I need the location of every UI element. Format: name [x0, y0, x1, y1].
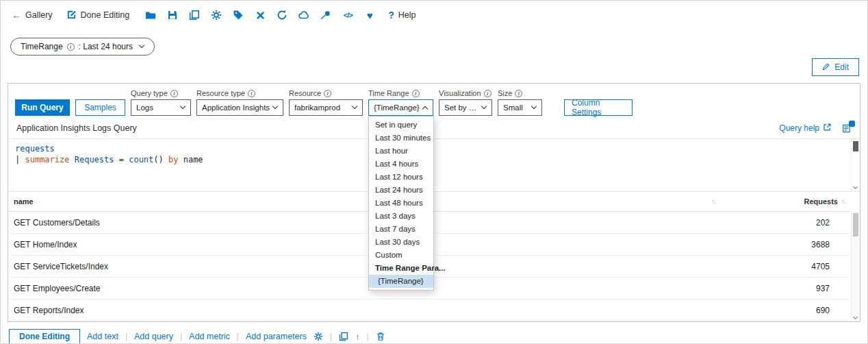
- time-range-field: Time Rangei {TimeRange} Set in queryLast…: [368, 89, 433, 116]
- samples-button[interactable]: Samples: [75, 99, 125, 116]
- delete-icon[interactable]: [376, 332, 385, 341]
- code-icon[interactable]: </>: [340, 11, 355, 19]
- dropdown-item[interactable]: Last 12 hours: [369, 171, 433, 184]
- heart-icon[interactable]: ♥: [362, 10, 377, 21]
- table-scrollbar[interactable]: [851, 212, 860, 321]
- copy-icon[interactable]: [187, 10, 202, 21]
- settings-gear-icon[interactable]: [209, 10, 224, 21]
- feedback-icon[interactable]: [841, 123, 852, 134]
- separator: |: [180, 332, 182, 341]
- query-code-editor[interactable]: requests | summarize Requests = count() …: [8, 138, 860, 192]
- separator: |: [330, 332, 332, 341]
- dropdown-item[interactable]: Time Range Para...: [369, 262, 433, 275]
- code-scrollbar-thumb[interactable]: [853, 141, 858, 151]
- resource-type-field: Resource typei Application Insights: [196, 89, 283, 116]
- gallery-button[interactable]: ← Gallery: [12, 10, 53, 21]
- advanced-settings-icon[interactable]: [314, 332, 323, 341]
- time-range-pill[interactable]: TimeRange i : Last 24 hours: [10, 38, 155, 56]
- size-select[interactable]: Small: [498, 99, 542, 116]
- chevron-down-icon: [352, 103, 357, 109]
- pill-value: : Last 24 hours: [79, 42, 133, 51]
- info-icon[interactable]: i: [170, 90, 178, 97]
- size-field: Sizei Small: [498, 89, 542, 116]
- dropdown-item[interactable]: {TimeRange}: [369, 275, 433, 288]
- time-range-select[interactable]: {TimeRange}: [368, 99, 433, 116]
- cell-requests: 202: [720, 212, 850, 234]
- refresh-icon[interactable]: [275, 10, 290, 21]
- pill-name: TimeRange: [21, 42, 63, 51]
- code-scrollbar[interactable]: [851, 139, 860, 191]
- cell-requests: 937: [720, 278, 850, 299]
- scroll-down-arrow-icon[interactable]: [853, 184, 858, 189]
- resource-select[interactable]: fabrikamprod: [289, 99, 363, 116]
- cloud-icon[interactable]: [296, 10, 311, 21]
- save-icon[interactable]: [165, 10, 180, 21]
- table-scrollbar-thumb[interactable]: [853, 213, 858, 236]
- pencil-icon: [822, 62, 830, 73]
- separator: |: [125, 332, 127, 341]
- dropdown-item[interactable]: Last 30 minutes: [369, 132, 433, 145]
- pin-icon[interactable]: [318, 10, 333, 21]
- info-icon[interactable]: i: [67, 43, 75, 51]
- query-help-link[interactable]: Query help: [779, 123, 832, 134]
- done-editing-button[interactable]: Done Editing: [66, 9, 130, 21]
- dropdown-item[interactable]: Custom: [369, 249, 433, 262]
- info-icon[interactable]: i: [515, 90, 522, 97]
- info-icon[interactable]: i: [412, 90, 420, 97]
- move-up-icon[interactable]: ↑: [355, 332, 360, 342]
- dropdown-item[interactable]: Last 7 days: [369, 223, 433, 236]
- column-header-requests[interactable]: Requests↑↓: [720, 192, 850, 212]
- query-type-select[interactable]: Logs: [131, 99, 191, 116]
- done-editing-footer-button[interactable]: Done Editing: [9, 329, 80, 344]
- query-item: Run Query Samples Query typei Logs Resou…: [8, 83, 860, 322]
- resource-type-label: Resource type: [196, 89, 245, 97]
- cell-requests: 3688: [720, 234, 850, 256]
- add-metric-link[interactable]: Add metric: [189, 332, 230, 341]
- edit-button[interactable]: Edit: [812, 58, 859, 76]
- chevron-down-icon: [481, 103, 487, 109]
- info-icon[interactable]: i: [248, 90, 255, 97]
- close-icon[interactable]: [253, 10, 268, 21]
- dropdown-item[interactable]: Set in query: [369, 119, 433, 132]
- info-icon[interactable]: i: [484, 90, 492, 97]
- sort-icon[interactable]: ↑↓: [841, 198, 845, 205]
- cell-name: GET Customers/Details: [8, 212, 720, 234]
- edit-row: Edit: [1, 57, 867, 76]
- column-header-name[interactable]: name↑↓: [8, 192, 720, 212]
- visualization-select[interactable]: Set by query: [439, 99, 492, 116]
- clone-icon[interactable]: [339, 332, 348, 341]
- tag-icon[interactable]: [231, 10, 246, 21]
- table-row[interactable]: GET Reports/Index 690: [8, 299, 850, 321]
- notification-badge: [849, 121, 855, 127]
- run-query-button[interactable]: Run Query: [15, 99, 70, 116]
- dropdown-item[interactable]: Last 24 hours: [369, 184, 433, 197]
- sort-icon[interactable]: ↑↓: [711, 198, 715, 205]
- query-controls: Run Query Samples Query typei Logs Resou…: [8, 84, 860, 121]
- dropdown-item[interactable]: Last hour: [369, 145, 433, 158]
- chevron-up-icon: [422, 106, 428, 112]
- info-icon[interactable]: i: [324, 90, 331, 97]
- resource-type-select[interactable]: Application Insights: [196, 99, 283, 116]
- column-settings-button[interactable]: Column Settings: [564, 99, 633, 116]
- add-query-link[interactable]: Add query: [134, 332, 173, 341]
- add-text-link[interactable]: Add text: [87, 332, 118, 341]
- query-title: Application Insights Logs Query: [16, 123, 137, 133]
- scroll-down-arrow-icon[interactable]: [853, 315, 858, 319]
- add-parameters-link[interactable]: Add parameters: [246, 332, 307, 341]
- gallery-label: Gallery: [25, 10, 53, 20]
- dropdown-item[interactable]: Last 48 hours: [369, 197, 433, 210]
- back-arrow-icon: ←: [12, 10, 21, 21]
- cell-requests: 690: [720, 299, 850, 321]
- cell-name: GET Reports/Index: [8, 299, 720, 321]
- dropdown-item[interactable]: Last 3 days: [369, 210, 433, 223]
- folder-icon[interactable]: [143, 10, 158, 21]
- dropdown-item[interactable]: Last 4 hours: [369, 158, 433, 171]
- time-range-label: Time Range: [368, 89, 409, 97]
- chevron-down-icon: [531, 103, 537, 109]
- size-label: Size: [498, 89, 512, 97]
- dropdown-item[interactable]: Last 30 days: [369, 236, 433, 249]
- help-button[interactable]: ? Help: [388, 10, 416, 21]
- visualization-field: Visualizationi Set by query: [439, 89, 492, 116]
- time-range-dropdown: Set in queryLast 30 minutesLast hourLast…: [368, 116, 434, 291]
- resource-label: Resource: [289, 89, 321, 97]
